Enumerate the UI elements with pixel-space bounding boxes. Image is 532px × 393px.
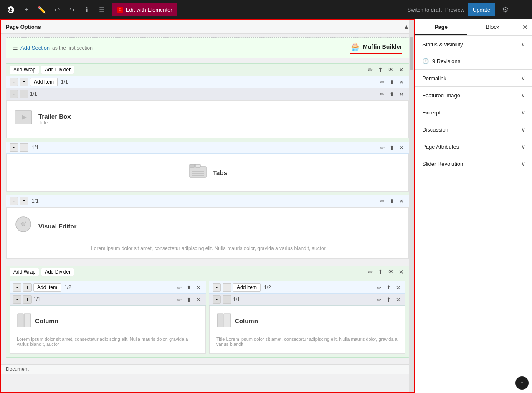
right-sub-share[interactable]: ⬆ <box>385 296 393 304</box>
permalink-header[interactable]: Permalink ∨ <box>415 70 532 86</box>
slider-revolution-header[interactable]: Slider Revolution ∨ <box>415 155 532 172</box>
item-minus-3[interactable]: - <box>10 197 18 205</box>
left-sub-edit[interactable]: ✏ <box>175 296 183 304</box>
wrap2-edit-icon[interactable]: ✏ <box>366 268 375 276</box>
status-visibility-header[interactable]: Status & visibility ∨ <box>415 36 532 53</box>
settings-button[interactable]: ⚙ <box>499 3 512 16</box>
wrap-share-icon[interactable]: ⬆ <box>376 66 385 74</box>
tab-page[interactable]: Page <box>415 20 467 35</box>
right-share-icon[interactable]: ⬆ <box>385 284 393 292</box>
item-row-right: - + Add Item 1/2 ✏ ⬆ ✕ <box>209 281 405 294</box>
sub-item-share-icon-1[interactable]: ⬆ <box>388 90 396 98</box>
wp-logo[interactable] <box>3 2 18 17</box>
sidebar-revisions[interactable]: 🕐 9 Revisions <box>415 53 532 70</box>
item-close-icon-1[interactable]: ✕ <box>398 78 405 86</box>
edit-elementor-button[interactable]: E Edit with Elementor <box>112 3 177 16</box>
edit-button[interactable]: ✏️ <box>35 3 48 16</box>
item-plus-2[interactable]: + <box>20 143 28 152</box>
main-layout: Page Options ▲ ☰ Add Section as the firs… <box>0 19 532 393</box>
svg-rect-2 <box>190 167 206 177</box>
tabs-block[interactable]: Tabs <box>6 154 409 192</box>
page-attributes-header[interactable]: Page Attributes ∨ <box>415 138 532 155</box>
sub-item-plus-1[interactable]: + <box>20 90 28 98</box>
add-item-button-1[interactable]: Add Item <box>30 78 58 86</box>
right-sub-minus[interactable]: - <box>213 295 221 304</box>
visual-editor-block[interactable]: Visual Editor Lorem ipsum dolor sit amet… <box>6 207 409 259</box>
trailer-box-info: Trailer Box Title <box>38 113 71 126</box>
sidebar-close-button[interactable]: ✕ <box>518 19 532 35</box>
wrap2-close-icon[interactable]: ✕ <box>397 268 405 276</box>
wrap-edit-icon[interactable]: ✏ <box>366 66 375 74</box>
right-sub-close[interactable]: ✕ <box>394 296 402 304</box>
undo-button[interactable]: ↩ <box>50 3 63 16</box>
item-edit-icon-2[interactable]: ✏ <box>378 144 386 152</box>
left-sub-share[interactable]: ⬆ <box>185 296 193 304</box>
item-close-icon-2[interactable]: ✕ <box>398 144 405 152</box>
tabs-icon <box>188 161 208 185</box>
add-button[interactable]: + <box>20 3 33 16</box>
item-close-icon-3[interactable]: ✕ <box>398 197 405 205</box>
add-item-button-left[interactable]: Add Item <box>33 283 61 292</box>
wrap-close-icon[interactable]: ✕ <box>397 66 405 74</box>
item-minus-1[interactable]: - <box>10 78 18 86</box>
item-edit-icon-1[interactable]: ✏ <box>378 78 386 86</box>
right-column-block[interactable]: Column Title Lorem ipsum dolor sit amet,… <box>209 306 405 354</box>
add-wrap-button-1[interactable]: Add Wrap <box>10 66 39 74</box>
item-plus-1[interactable]: + <box>20 78 28 86</box>
left-edit-icon[interactable]: ✏ <box>175 284 183 292</box>
more-options-button[interactable]: ⋮ <box>515 3 529 16</box>
left-minus[interactable]: - <box>13 283 21 292</box>
left-sub-plus[interactable]: + <box>23 295 32 304</box>
preview-button[interactable]: Preview <box>445 7 464 13</box>
scroll-up-button[interactable]: ▲ <box>403 23 409 30</box>
add-divider-button-1[interactable]: Add Divider <box>41 66 74 74</box>
scroll-bar[interactable] <box>409 20 414 392</box>
two-col-wrap: - + Add Item 1/2 ✏ ⬆ ✕ - + <box>6 278 409 357</box>
add-item-button-right[interactable]: Add Item <box>233 283 261 292</box>
left-sub-close[interactable]: ✕ <box>195 296 203 304</box>
right-sub-edit[interactable]: ✏ <box>375 296 383 304</box>
right-sub-plus[interactable]: + <box>223 295 231 304</box>
left-plus[interactable]: + <box>23 283 32 292</box>
left-close-icon[interactable]: ✕ <box>195 284 203 292</box>
item-minus-2[interactable]: - <box>10 143 18 152</box>
item-row-1: - + Add Item 1/1 ✏ ⬆ ✕ <box>6 76 409 88</box>
wrap-eye-icon[interactable]: 👁 <box>386 66 395 74</box>
item-edit-icon-3[interactable]: ✏ <box>378 197 386 205</box>
item-share-icon-3[interactable]: ⬆ <box>388 197 396 205</box>
sub-item-minus-1[interactable]: - <box>10 90 18 98</box>
right-plus[interactable]: + <box>223 283 231 292</box>
item-plus-3[interactable]: + <box>20 197 28 205</box>
info-button[interactable]: ℹ <box>80 3 94 16</box>
item-share-icon-1[interactable]: ⬆ <box>388 78 396 86</box>
right-minus[interactable]: - <box>213 283 221 292</box>
left-sub-minus[interactable]: - <box>13 295 21 304</box>
wrap2-share-icon[interactable]: ⬆ <box>376 268 385 276</box>
left-share-icon[interactable]: ⬆ <box>185 284 193 292</box>
sub-item-edit-icon-1[interactable]: ✏ <box>378 90 386 98</box>
item-share-icon-2[interactable]: ⬆ <box>388 144 396 152</box>
left-column-block[interactable]: Column Lorem ipsum dolor sit amet, conse… <box>10 306 206 354</box>
add-divider-button-2[interactable]: Add Divider <box>41 268 74 276</box>
excerpt-header[interactable]: Excerpt ∨ <box>415 104 532 121</box>
trailer-box-block[interactable]: Trailer Box Title <box>6 100 409 138</box>
featured-image-header[interactable]: Featured image ∨ <box>415 87 532 104</box>
switch-draft-button[interactable]: Switch to draft <box>407 7 441 13</box>
left-column-desc: Lorem ipsum dolor sit amet, consectetur … <box>17 337 199 347</box>
redo-button[interactable]: ↪ <box>65 3 79 16</box>
add-wrap-button-2[interactable]: Add Wrap <box>10 268 39 276</box>
sub-item-row-right: - + 1/1 ✏ ⬆ ✕ <box>209 294 405 306</box>
scroll-to-top-button[interactable]: ↑ <box>515 376 529 390</box>
sub-item-close-icon-1[interactable]: ✕ <box>398 90 405 98</box>
right-close-icon[interactable]: ✕ <box>394 284 402 292</box>
update-button[interactable]: Update <box>468 3 495 16</box>
page-options-header: Page Options ▲ <box>1 20 414 34</box>
list-button[interactable]: ☰ <box>95 3 109 16</box>
left-sub-fraction: 1/1 <box>33 297 41 302</box>
add-section-label[interactable]: Add Section <box>20 45 50 51</box>
discussion-header[interactable]: Discussion ∨ <box>415 121 532 138</box>
right-edit-icon[interactable]: ✏ <box>375 284 383 292</box>
sub-item-row-1: - + 1/1 ✏ ⬆ ✕ <box>6 88 409 100</box>
wrap2-eye-icon[interactable]: 👁 <box>386 268 395 276</box>
tab-block[interactable]: Block <box>467 20 518 35</box>
